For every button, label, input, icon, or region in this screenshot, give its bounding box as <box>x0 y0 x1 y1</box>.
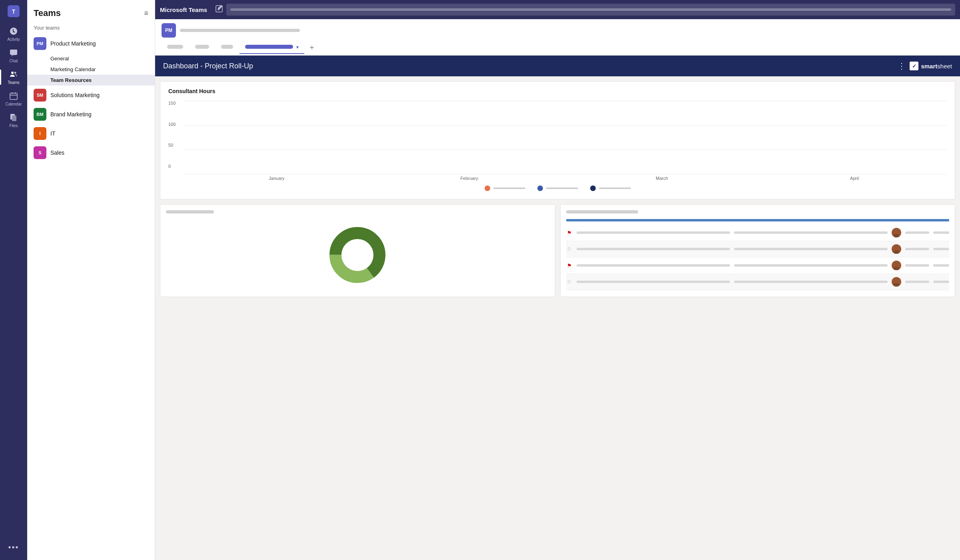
table-val-2b <box>933 248 949 250</box>
chart-title: Consultant Hours <box>168 88 947 94</box>
team-item-pm[interactable]: PM Product Marketing ··· <box>27 34 155 53</box>
nav-item-teams[interactable]: Teams <box>0 66 27 88</box>
svg-point-19 <box>894 262 898 266</box>
nav-item-chat[interactable]: Chat <box>0 45 27 66</box>
team-avatar-sm: SM <box>34 89 46 102</box>
filter-icon[interactable]: ≡ <box>144 9 148 18</box>
flag-icon-1: ⚑ <box>566 229 573 236</box>
tab-dashboard-placeholder <box>245 45 293 49</box>
chart-groups <box>184 101 947 174</box>
search-bar[interactable] <box>226 4 955 16</box>
chat-icon <box>9 48 18 58</box>
table-text-3b <box>734 264 888 267</box>
team-item-sales[interactable]: S Sales ··· <box>27 143 155 162</box>
team-name-sm: Solutions Marketing <box>50 92 143 98</box>
chart-section: Consultant Hours 150 100 50 0 <box>160 81 955 199</box>
team-avatar-pm: PM <box>34 37 46 50</box>
team-name-bm: Brand Marketing <box>50 111 143 118</box>
channel-title-row: PM <box>162 19 954 39</box>
svg-point-4 <box>14 72 16 74</box>
table-val-3b <box>933 264 949 267</box>
tab-posts-placeholder <box>167 45 183 49</box>
main-area: Microsoft Teams PM <box>155 0 960 560</box>
donut-container <box>166 219 549 291</box>
svg-rect-5 <box>10 93 17 100</box>
nav-item-files[interactable]: Files <box>0 110 27 131</box>
teams-icon <box>9 70 18 79</box>
svg-point-20 <box>893 267 900 270</box>
chart-bars-area <box>184 101 947 174</box>
team-item-it[interactable]: I IT ··· <box>27 124 155 143</box>
team-name-sales: Sales <box>50 149 143 156</box>
team-item-sm[interactable]: SM Solutions Marketing ··· <box>27 86 155 105</box>
tab-dropdown-icon[interactable]: ▾ <box>296 45 299 50</box>
tab-wiki-placeholder <box>221 45 233 49</box>
nav-item-more[interactable]: ••• <box>0 540 27 555</box>
tab-dashboard[interactable]: ▾ <box>240 41 304 54</box>
svg-text:T: T <box>12 8 16 15</box>
tab-files[interactable] <box>190 41 215 54</box>
legend-line-1 <box>493 187 525 189</box>
files-icon <box>9 113 18 122</box>
tab-posts[interactable] <box>162 41 189 54</box>
channel-team-avatar: PM <box>162 23 176 38</box>
more-icon: ••• <box>8 543 19 552</box>
channel-title-placeholder <box>180 29 300 32</box>
activity-icon <box>9 26 18 36</box>
y-label-0: 0 <box>168 164 180 169</box>
smartsheet-logo: ✓ smartsheet <box>910 62 952 70</box>
table-val-4 <box>905 281 929 283</box>
team-avatar-sales: S <box>34 146 46 159</box>
app-title: Microsoft Teams <box>160 6 207 13</box>
table-text-1 <box>577 231 730 234</box>
calendar-icon <box>9 91 18 101</box>
channel-marketing-calendar[interactable]: Marketing Calendar <box>27 64 155 75</box>
dashboard-options-icon[interactable]: ⋮ <box>898 61 906 71</box>
panel-title: Teams <box>34 8 61 18</box>
table-avatar-2 <box>892 244 901 254</box>
table-row-1: ⚑ <box>566 225 950 241</box>
svg-point-14 <box>342 240 373 270</box>
content-area: Dashboard - Project Roll-Up ⋮ ✓ smartshe… <box>155 56 960 560</box>
icon-bar: T Activity Chat Teams <box>0 0 27 560</box>
x-label-january: January <box>188 176 365 181</box>
table-row-3: ⚑ <box>566 257 950 274</box>
nav-label-chat: Chat <box>9 59 18 63</box>
compose-icon[interactable] <box>215 5 223 15</box>
legend-dot-1 <box>485 185 490 191</box>
table-text-3 <box>577 264 730 267</box>
donut-title-bar <box>166 210 214 213</box>
nav-item-calendar[interactable]: Calendar <box>0 88 27 110</box>
table-val-3 <box>905 264 929 267</box>
flag-icon-2: ⚐ <box>566 246 573 252</box>
svg-point-16 <box>893 234 900 237</box>
nav-label-teams: Teams <box>8 80 19 85</box>
team-name-it: IT <box>50 130 143 137</box>
table-val-1 <box>905 231 929 234</box>
smartsheet-check-icon: ✓ <box>910 62 918 70</box>
channel-team-resources[interactable]: Team Resources <box>27 75 155 86</box>
svg-point-22 <box>893 283 900 287</box>
tab-add-button[interactable]: ＋ <box>305 39 319 55</box>
chart-container: 150 100 50 0 <box>168 101 947 181</box>
chart-y-labels: 150 100 50 0 <box>168 101 180 169</box>
donut-panel <box>160 204 555 297</box>
tab-wiki[interactable] <box>216 41 239 54</box>
legend-item-2 <box>537 185 578 191</box>
legend-dot-3 <box>590 185 596 191</box>
y-label-100: 100 <box>168 122 180 127</box>
table-row-4: ⚐ <box>566 274 950 290</box>
table-text-4 <box>577 281 730 283</box>
team-name-pm: Product Marketing <box>50 40 143 47</box>
legend-line-2 <box>546 187 578 189</box>
team-item-bm[interactable]: BM Brand Marketing ··· <box>27 105 155 124</box>
table-avatar-3 <box>892 261 901 270</box>
x-label-february: February <box>381 176 558 181</box>
channel-header: PM ▾ ＋ <box>155 19 960 56</box>
y-label-50: 50 <box>168 143 180 147</box>
nav-label-activity: Activity <box>7 37 20 42</box>
panel-header: Teams ≡ <box>27 0 155 22</box>
nav-item-activity[interactable]: Activity <box>0 23 27 45</box>
chart-body: January February March April <box>184 101 947 181</box>
channel-general[interactable]: General <box>27 53 155 64</box>
